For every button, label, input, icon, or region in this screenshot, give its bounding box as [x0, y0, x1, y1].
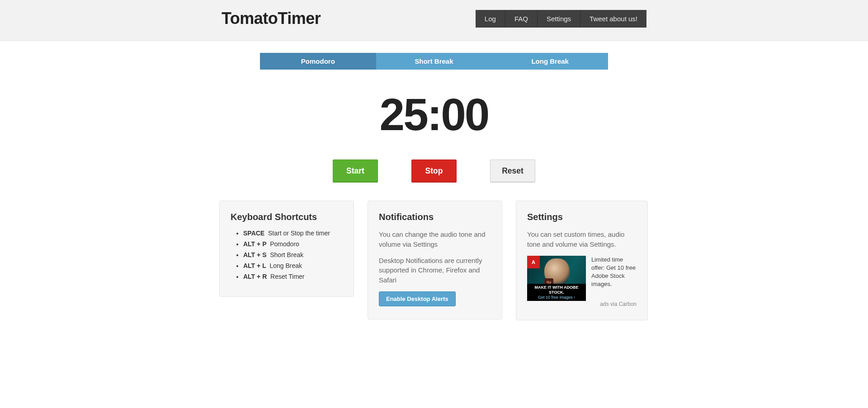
tab-long-break[interactable]: Long Break: [492, 53, 608, 70]
stop-button[interactable]: Stop: [411, 159, 457, 183]
tab-pomodoro[interactable]: Pomodoro: [260, 53, 376, 70]
notifications-title: Notifications: [379, 212, 491, 222]
settings-title: Settings: [527, 212, 637, 222]
reset-button[interactable]: Reset: [490, 159, 535, 183]
start-button[interactable]: Start: [333, 159, 378, 183]
ad-caption: MAKE IT WITH ADOBE STOCK. Get 10 free im…: [527, 284, 586, 300]
top-nav: Log FAQ Settings Tweet about us!: [476, 10, 646, 28]
shortcuts-title: Keyboard Shortcuts: [231, 212, 343, 222]
tab-short-break[interactable]: Short Break: [376, 53, 492, 70]
shortcuts-list: SPACE Start or Stop the timer ALT + P Po…: [231, 230, 343, 280]
panel-shortcuts: Keyboard Shortcuts SPACE Start or Stop t…: [219, 201, 354, 297]
brand-title: TomatoTimer: [222, 9, 321, 28]
ad-text: Limited time offer: Get 10 free Adobe St…: [591, 256, 637, 289]
notifications-text-1: You can change the audio tone and volume…: [379, 230, 491, 249]
panel-notifications: Notifications You can change the audio t…: [368, 201, 502, 319]
timer-tabs: Pomodoro Short Break Long Break: [260, 53, 608, 70]
panel-settings: Settings You can set custom times, audio…: [516, 201, 648, 320]
shortcut-item: ALT + L Long Break: [243, 262, 343, 269]
nav-log[interactable]: Log: [476, 10, 505, 28]
enable-desktop-alerts-button[interactable]: Enable Desktop Alerts: [379, 291, 456, 306]
timer-controls: Start Stop Reset: [260, 159, 608, 183]
nav-faq[interactable]: FAQ: [505, 10, 538, 28]
nav-settings[interactable]: Settings: [538, 10, 580, 28]
topbar: TomatoTimer Log FAQ Settings Tweet about…: [0, 0, 868, 41]
shortcut-item: ALT + P Pomodoro: [243, 240, 343, 248]
carbon-ad[interactable]: A St MAKE IT WITH ADOBE STOCK. Get 10 fr…: [527, 256, 637, 308]
settings-desc: You can set custom times, audio tone and…: [527, 230, 637, 249]
ad-image: A St MAKE IT WITH ADOBE STOCK. Get 10 fr…: [527, 256, 586, 301]
shortcut-item: SPACE Start or Stop the timer: [243, 230, 343, 237]
adobe-logo-icon: A: [527, 256, 540, 268]
ad-via[interactable]: ads via Carbon: [591, 301, 637, 307]
shortcut-item: ALT + S Short Break: [243, 251, 343, 258]
nav-tweet[interactable]: Tweet about us!: [580, 10, 646, 28]
shortcut-item: ALT + R Reset Timer: [243, 273, 343, 280]
timer-display: 25:00: [260, 89, 608, 141]
notifications-text-2: Desktop Notifications are currently supp…: [379, 256, 491, 285]
